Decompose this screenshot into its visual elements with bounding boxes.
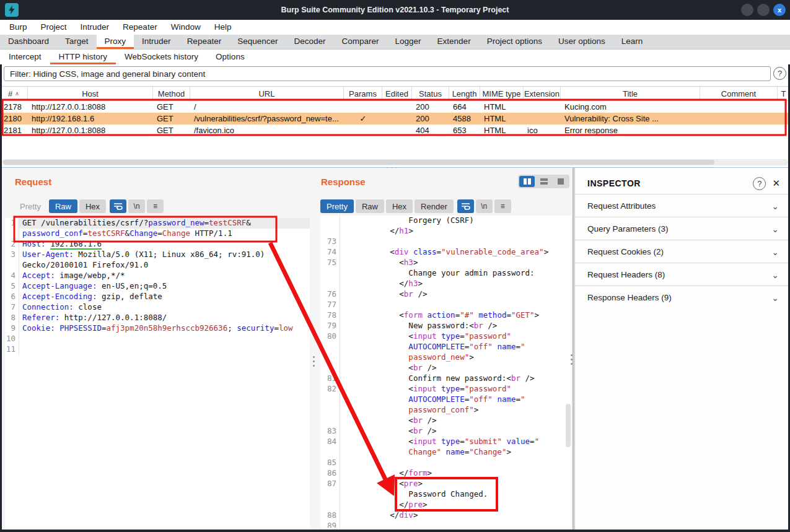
column-header-title[interactable]: Title [561,87,700,100]
horizontal-scrollbar[interactable] [2,159,788,165]
column-header-url[interactable]: URL [190,87,344,100]
tab-dashboard[interactable]: Dashboard [0,35,57,49]
request-editor[interactable]: 1GET /vulnerabilities/csrf/?password_new… [5,218,310,528]
request-panel-title: Request [15,177,51,187]
maximize-button[interactable] [757,4,770,16]
menu-item-project[interactable]: Project [34,20,74,35]
code-line: </h1> [320,226,571,237]
code-line: password_conf=testCSRF&Change=Change HTT… [5,229,310,239]
request-menu-icon[interactable]: ≡ [147,199,164,213]
menu-item-window[interactable]: Window [164,20,208,35]
view-toggle-single-icon[interactable] [553,176,568,187]
cell-comment [700,124,778,136]
tab-intruder[interactable]: Intruder [134,35,179,49]
menu-item-help[interactable]: Help [208,20,239,35]
line-number: 79 [320,321,340,331]
column-header-method[interactable]: Method [153,87,190,100]
tab-sequencer[interactable]: Sequencer [229,35,286,49]
response-newline-icon[interactable]: \n [476,199,493,213]
subtab-websockets-history[interactable]: WebSockets history [116,50,207,64]
cell-extension: ico [524,124,561,136]
subtab-http-history[interactable]: HTTP history [50,50,116,64]
inspector-section-query-parameters[interactable]: Query Parameters (3)⌄ [575,217,790,240]
cell-title: Error response [561,124,700,136]
tab-comparer[interactable]: Comparer [334,35,387,49]
request-tab-hex[interactable]: Hex [79,199,106,213]
line-number [320,405,340,416]
cell-edited [382,101,412,113]
request-newline-icon[interactable]: \n [128,199,145,213]
minimize-button[interactable] [741,4,753,16]
line-number: 76 [320,289,340,300]
proxy-sub-tab-bar: InterceptHTTP historyWebSockets historyO… [0,50,790,64]
sort-indicator-icon: ∧ [15,90,19,97]
table-row-2180[interactable]: 2180http://192.168.1.6GET/vulnerabilitie… [0,113,790,124]
code-line: 86 </form> [320,468,571,479]
response-tab-pretty[interactable]: Pretty [320,199,354,213]
inspector-section-request-cookies[interactable]: Request Cookies (2)⌄ [575,240,790,263]
view-toggle-columns-icon[interactable] [519,176,535,187]
inspector-close-icon[interactable]: ✕ [772,178,780,189]
code-line: password_conf"> [320,405,571,416]
response-tab-render[interactable]: Render [415,199,454,213]
column-header-host[interactable]: Host [28,87,153,100]
request-response-splitter-handle-icon[interactable] [313,356,315,367]
table-row-2178[interactable]: 2178http://127.0.0.1:8088GET/200664HTMLK… [0,101,790,113]
http-history-table: #∧HostMethodURLParamsEditedStatusLengthM… [0,86,790,136]
tab-extender[interactable]: Extender [429,35,479,49]
inspector-section-request-attributes[interactable]: Request Attributes⌄ [575,194,790,217]
subtab-options[interactable]: Options [207,50,253,64]
line-number [320,216,340,226]
response-wrap-icon[interactable] [457,199,474,213]
chevron-down-icon: ⌄ [771,201,779,211]
tab-logger[interactable]: Logger [387,35,429,49]
tab-user-options[interactable]: User options [550,35,613,49]
request-wrap-icon[interactable] [110,199,126,213]
column-header-number[interactable]: #∧ [0,87,28,100]
view-toggle-rows-icon[interactable] [536,176,551,187]
response-menu-icon[interactable]: ≡ [494,199,511,213]
menu-item-intruder[interactable]: Intruder [74,20,116,35]
column-header-comment[interactable]: Comment [700,87,778,100]
line-number: 85 [320,458,340,468]
cell-id: 2178 [0,101,28,113]
tab-repeater[interactable]: Repeater [179,35,230,49]
response-tab-hex[interactable]: Hex [386,199,413,213]
response-editor[interactable]: Forgery (CSRF) </h1>7374 <div class="vul… [320,216,571,528]
line-number: 11 [5,344,19,355]
response-tab-raw[interactable]: Raw [356,199,384,213]
tab-proxy[interactable]: Proxy [97,35,134,49]
menu-item-repeater[interactable]: Repeater [116,20,164,35]
column-header-status[interactable]: Status [412,87,449,100]
tab-target[interactable]: Target [57,35,97,49]
chevron-down-icon: ⌄ [771,270,779,280]
inspector-divider[interactable] [573,168,574,530]
menu-item-burp[interactable]: Burp [2,20,34,35]
column-header-length[interactable]: Length [449,87,480,100]
tab-learn[interactable]: Learn [613,35,651,49]
column-header-edited[interactable]: Edited [382,87,412,100]
code-line: 10 [5,334,310,344]
subtab-intercept[interactable]: Intercept [0,50,50,64]
column-header-params[interactable]: Params [344,87,382,100]
close-button[interactable]: x [773,4,786,16]
response-panel-title: Response [321,177,366,187]
inspector-section-request-headers[interactable]: Request Headers (8)⌄ [575,263,790,286]
inspector-help-button[interactable]: ? [753,177,766,190]
table-row-2181[interactable]: 2181http://127.0.0.1:8088GET/favicon.ico… [0,124,790,136]
scrollbar-thumb[interactable] [3,160,714,165]
column-header-mime-type[interactable]: MIME type [480,87,524,100]
inspector-panel: INSPECTOR ? ✕ Request Attributes⌄Query P… [574,168,790,530]
request-tab-raw[interactable]: Raw [49,199,77,213]
tab-decoder[interactable]: Decoder [286,35,333,49]
line-number: 74 [320,247,340,258]
tab-project-options[interactable]: Project options [479,35,550,49]
filter-bar[interactable]: Filter: Hiding CSS, image and general bi… [4,66,771,81]
column-header-extension[interactable]: Extension [524,87,561,100]
code-line: 87 <pre> [320,479,571,489]
filter-help-button[interactable]: ? [773,67,786,80]
inspector-section-response-headers[interactable]: Response Headers (9)⌄ [575,286,790,309]
response-scrollbar-thumb[interactable] [566,404,571,447]
request-tab-pretty[interactable]: Pretty [14,199,47,213]
cell-status: 200 [412,113,449,124]
